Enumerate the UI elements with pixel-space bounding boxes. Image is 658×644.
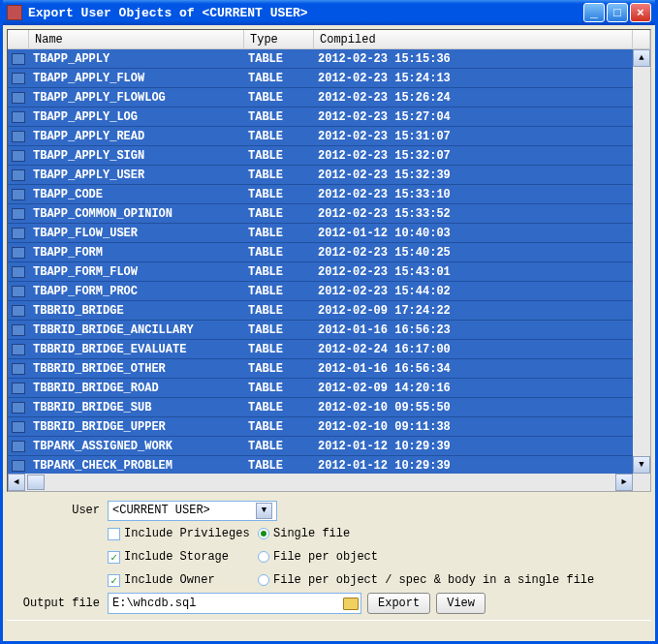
file-per-object-spec-label: File per object / spec & body in a singl… <box>273 573 594 587</box>
table-row[interactable]: TBAPP_FORM_PROCTABLE2012-02-23 15:44:02 <box>8 282 633 301</box>
cell-name: TBPARK_ASSIGNED_WORK <box>29 440 244 453</box>
close-button[interactable]: × <box>630 3 651 22</box>
maximize-button[interactable]: □ <box>607 3 628 22</box>
cell-compiled: 2012-01-12 10:40:03 <box>314 227 633 240</box>
table-row[interactable]: TBPARK_CHECK_PROBLEMTABLE2012-01-12 10:2… <box>8 456 633 474</box>
table-row[interactable]: TBBRID_BRIDGE_EVALUATETABLE2012-02-24 16… <box>8 340 633 359</box>
column-header-name[interactable]: Name <box>29 30 244 48</box>
column-header-spacer <box>633 30 650 48</box>
include-owner-checkbox[interactable]: ✓ <box>108 574 120 587</box>
include-privileges-checkbox[interactable] <box>108 528 120 540</box>
table-icon <box>8 53 29 65</box>
scroll-up-button[interactable]: ▲ <box>633 49 650 67</box>
table-icon <box>8 247 29 259</box>
cell-compiled: 2012-02-24 16:17:00 <box>314 343 633 356</box>
table-icon <box>8 208 29 220</box>
file-per-object-radio[interactable] <box>258 551 269 563</box>
table-icon <box>8 228 29 239</box>
scroll-right-button[interactable]: ► <box>615 474 633 491</box>
cell-name: TBAPP_APPLY_FLOWLOG <box>29 91 244 105</box>
table-row[interactable]: TBBRID_BRIDGE_OTHERTABLE2012-01-16 16:56… <box>8 359 633 379</box>
cell-type: TABLE <box>244 149 314 163</box>
cell-name: TBAPP_CODE <box>29 188 244 201</box>
table-row[interactable]: TBBRID_BRIDGE_UPPERTABLE2012-02-10 09:11… <box>8 417 633 437</box>
cell-type: TABLE <box>244 169 314 182</box>
table-icon <box>8 131 29 142</box>
table-row[interactable]: TBPARK_ASSIGNED_WORKTABLE2012-01-12 10:2… <box>8 437 633 456</box>
table-icon <box>8 441 29 452</box>
table-icon <box>8 150 29 162</box>
table-row[interactable]: TBBRID_BRIDGE_SUBTABLE2012-02-10 09:55:5… <box>8 398 633 417</box>
dropdown-icon[interactable]: ▼ <box>256 503 272 519</box>
table-row[interactable]: TBAPP_APPLYTABLE2012-02-23 15:15:36 <box>8 49 633 69</box>
table-icon <box>8 421 29 433</box>
column-header-icon[interactable] <box>8 30 29 48</box>
single-file-radio[interactable] <box>258 528 269 539</box>
cell-type: TABLE <box>244 459 314 473</box>
table-row[interactable]: TBAPP_APPLY_USERTABLE2012-02-23 15:32:39 <box>8 166 633 185</box>
cell-name: TBBRID_BRIDGE_ANCILLARY <box>29 323 244 337</box>
column-header-type[interactable]: Type <box>244 30 314 48</box>
single-file-label: Single file <box>273 527 350 540</box>
browse-button[interactable] <box>340 593 361 614</box>
scroll-track[interactable] <box>633 67 650 456</box>
scroll-down-button[interactable]: ▼ <box>633 456 650 474</box>
user-select-value: <CURRENT USER> <box>112 504 210 517</box>
table-row[interactable]: TBAPP_FORM_FLOWTABLE2012-02-23 15:43:01 <box>8 262 633 282</box>
column-header-compiled[interactable]: Compiled <box>314 30 633 48</box>
cell-type: TABLE <box>244 440 314 453</box>
cell-name: TBAPP_FORM <box>29 246 244 260</box>
cell-name: TBAPP_APPLY_READ <box>29 130 244 143</box>
cell-compiled: 2012-02-23 15:33:52 <box>314 207 633 221</box>
output-file-value: E:\whcdb.sql <box>112 597 196 610</box>
scroll-track-h[interactable] <box>25 474 615 491</box>
horizontal-scrollbar[interactable]: ◄ ► <box>8 474 633 491</box>
scroll-thumb-h[interactable] <box>27 475 45 490</box>
cell-type: TABLE <box>244 382 314 395</box>
table-row[interactable]: TBAPP_APPLY_LOGTABLE2012-02-23 15:27:04 <box>8 107 633 127</box>
table-icon <box>8 383 29 394</box>
cell-name: TBBRID_BRIDGE <box>29 304 244 318</box>
table-icon <box>8 344 29 355</box>
table-row[interactable]: TBAPP_CODETABLE2012-02-23 15:33:10 <box>8 185 633 204</box>
cell-compiled: 2012-02-23 15:44:02 <box>314 285 633 298</box>
table-row[interactable]: TBAPP_APPLY_SIGNTABLE2012-02-23 15:32:07 <box>8 146 633 166</box>
cell-name: TBAPP_APPLY_USER <box>29 169 244 182</box>
titlebar[interactable]: Export User Objects of <CURRENT USER> _ … <box>3 0 655 25</box>
table-row[interactable]: TBAPP_APPLY_FLOWLOGTABLE2012-02-23 15:26… <box>8 88 633 107</box>
file-per-object-label: File per object <box>273 550 378 564</box>
table-icon <box>8 286 29 297</box>
cell-compiled: 2012-02-23 15:32:39 <box>314 169 633 182</box>
cell-type: TABLE <box>244 401 314 414</box>
app-icon <box>7 5 22 20</box>
scroll-corner <box>633 474 650 491</box>
export-button[interactable]: Export <box>367 593 430 614</box>
cell-compiled: 2012-02-23 15:27:04 <box>314 110 633 124</box>
user-select[interactable]: <CURRENT USER> ▼ <box>108 501 277 521</box>
table-row[interactable]: TBBRID_BRIDGE_ROADTABLE2012-02-09 14:20:… <box>8 379 633 398</box>
cell-name: TBAPP_FORM_PROC <box>29 285 244 298</box>
table-icon <box>8 402 29 414</box>
cell-compiled: 2012-02-23 15:43:01 <box>314 265 633 279</box>
include-storage-checkbox[interactable]: ✓ <box>108 551 120 564</box>
file-per-object-spec-radio[interactable] <box>258 574 269 586</box>
include-privileges-label: Include Privileges <box>124 527 250 540</box>
cell-type: TABLE <box>244 343 314 356</box>
minimize-button[interactable]: _ <box>583 3 605 22</box>
cell-compiled: 2012-01-16 16:56:23 <box>314 323 633 337</box>
table-row[interactable]: TBAPP_APPLY_READTABLE2012-02-23 15:31:07 <box>8 127 633 146</box>
scroll-left-button[interactable]: ◄ <box>8 474 25 491</box>
table-row[interactable]: TBAPP_APPLY_FLOWTABLE2012-02-23 15:24:13 <box>8 69 633 88</box>
options-panel: User <CURRENT USER> ▼ Include Privileges… <box>7 492 651 620</box>
table-row[interactable]: TBBRID_BRIDGE_ANCILLARYTABLE2012-01-16 1… <box>8 321 633 340</box>
cell-type: TABLE <box>244 420 314 434</box>
vertical-scrollbar[interactable]: ▲ ▼ <box>633 49 650 474</box>
view-button[interactable]: View <box>436 593 486 614</box>
table-row[interactable]: TBAPP_FORMTABLE2012-02-23 15:40:25 <box>8 243 633 262</box>
table-row[interactable]: TBAPP_FLOW_USERTABLE2012-01-12 10:40:03 <box>8 224 633 243</box>
cell-name: TBAPP_APPLY_FLOW <box>29 72 244 85</box>
table-row[interactable]: TBBRID_BRIDGETABLE2012-02-09 17:24:22 <box>8 301 633 321</box>
output-file-input[interactable]: E:\whcdb.sql <box>108 593 361 614</box>
table-row[interactable]: TBAPP_COMMON_OPINIONTABLE2012-02-23 15:3… <box>8 204 633 224</box>
cell-compiled: 2012-02-23 15:33:10 <box>314 188 633 201</box>
